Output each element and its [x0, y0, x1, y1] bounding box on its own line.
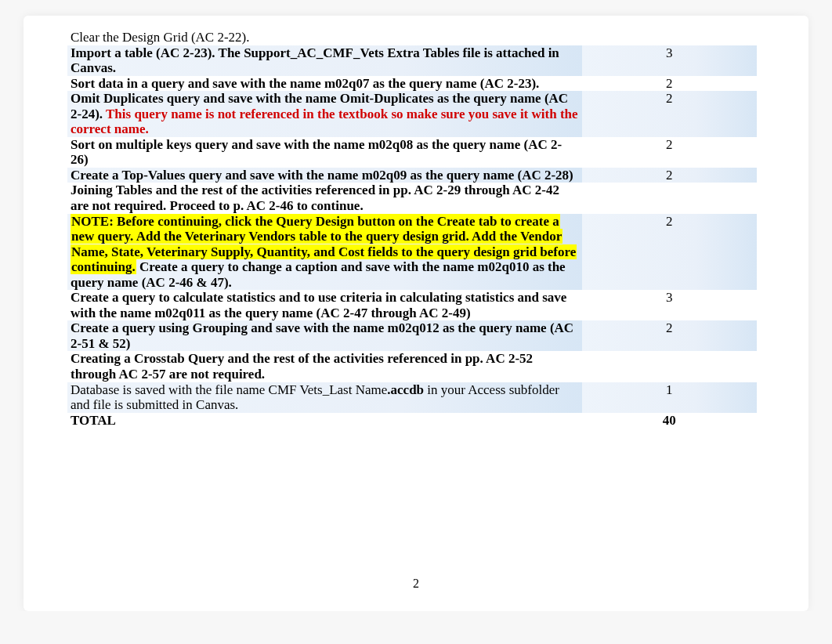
table-row: Create a Top-Values query and save with … [67, 168, 757, 183]
row-description: Create a query to calculate statistics a… [67, 290, 582, 320]
row-points: 3 [582, 290, 757, 320]
row-description: Creating a Crosstab Query and the rest o… [67, 351, 582, 382]
row-points [582, 183, 757, 213]
text-segment: Joining Tables and the rest of the activ… [71, 183, 559, 213]
document-page: Clear the Design Grid (AC 2-22).Import a… [24, 16, 808, 611]
row-points: 2 [582, 168, 757, 183]
rubric-table: Clear the Design Grid (AC 2-22).Import a… [67, 30, 757, 428]
row-description: Import a table (AC 2-23). The Support_AC… [67, 45, 582, 76]
table-row: Import a table (AC 2-23). The Support_AC… [67, 45, 757, 76]
table-row: Omit Duplicates query and save with the … [67, 91, 757, 137]
text-segment: Create a query using Grouping and save w… [71, 320, 573, 351]
text-segment: Import a table (AC 2-23). The Support_AC… [71, 45, 559, 76]
table-row: Clear the Design Grid (AC 2-22). [67, 30, 757, 45]
row-description: Create a query using Grouping and save w… [67, 320, 582, 351]
row-points: 2 [582, 137, 757, 168]
text-segment: Creating a Crosstab Query and the rest o… [71, 351, 533, 382]
row-description: Database is saved with the file name CMF… [67, 382, 582, 413]
row-description: Sort on multiple keys query and save wit… [67, 137, 582, 168]
page-number: 2 [24, 577, 808, 591]
table-row: Create a query using Grouping and save w… [67, 320, 757, 351]
row-points: 2 [582, 91, 757, 137]
table-row: Create a query to calculate statistics a… [67, 290, 757, 320]
row-points: 3 [582, 45, 757, 76]
row-points: 2 [582, 76, 757, 92]
text-segment: This query name is not referenced in the… [71, 107, 578, 137]
total-points: 40 [582, 413, 757, 429]
row-points: 2 [582, 320, 757, 351]
text-segment: Create a Top-Values query and save with … [71, 168, 573, 183]
row-points [582, 30, 757, 45]
text-segment: Create a query to calculate statistics a… [71, 290, 566, 320]
row-points: 1 [582, 382, 757, 413]
text-segment: Sort on multiple keys query and save wit… [71, 137, 562, 168]
text-segment: Create a query to change a caption and s… [71, 259, 566, 290]
row-points [582, 351, 757, 382]
total-row: TOTAL40 [67, 413, 757, 429]
row-description: NOTE: Before continuing, click the Query… [67, 214, 582, 291]
text-segment: .accdb [387, 382, 424, 397]
row-description: Joining Tables and the rest of the activ… [67, 183, 582, 213]
text-segment: Clear the Design Grid (AC 2-22). [71, 30, 250, 45]
table-row: Sort on multiple keys query and save wit… [67, 137, 757, 168]
row-description: Sort data in a query and save with the n… [67, 76, 582, 92]
text-segment: Database is saved with the file name CMF… [71, 382, 387, 397]
table-row: Database is saved with the file name CMF… [67, 382, 757, 413]
table-row: Joining Tables and the rest of the activ… [67, 183, 757, 213]
row-description: Omit Duplicates query and save with the … [67, 91, 582, 137]
row-description: Clear the Design Grid (AC 2-22). [67, 30, 582, 45]
text-segment: Sort data in a query and save with the n… [71, 76, 539, 91]
table-row: Creating a Crosstab Query and the rest o… [67, 351, 757, 382]
table-row: Sort data in a query and save with the n… [67, 76, 757, 92]
row-description: Create a Top-Values query and save with … [67, 168, 582, 183]
row-points: 2 [582, 214, 757, 291]
total-label: TOTAL [67, 413, 582, 429]
table-row: NOTE: Before continuing, click the Query… [67, 214, 757, 291]
